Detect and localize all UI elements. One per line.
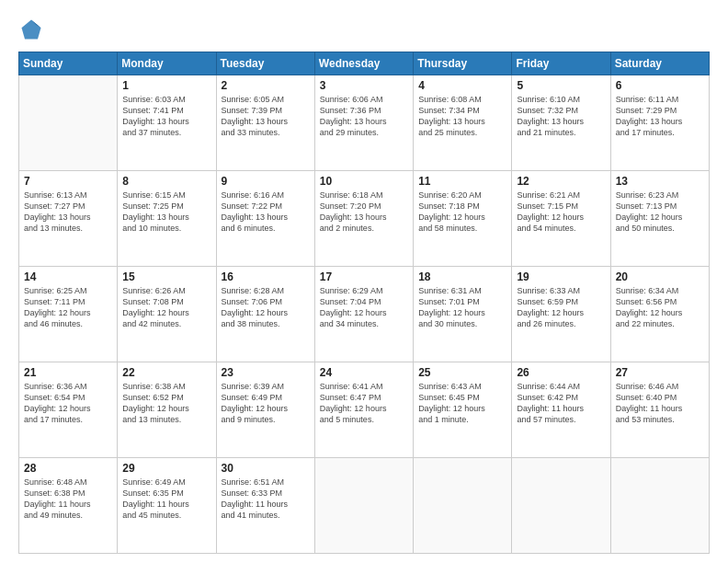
calendar-cell: 3Sunrise: 6:06 AM Sunset: 7:36 PM Daylig… xyxy=(314,75,413,171)
day-number: 8 xyxy=(122,175,210,188)
calendar-cell xyxy=(19,75,118,171)
calendar-cell: 14Sunrise: 6:25 AM Sunset: 7:11 PM Dayli… xyxy=(19,267,118,362)
day-number: 22 xyxy=(122,366,210,379)
cell-details: Sunrise: 6:23 AM Sunset: 7:13 PM Dayligh… xyxy=(616,190,704,235)
day-number: 2 xyxy=(222,79,310,92)
cell-details: Sunrise: 6:41 AM Sunset: 6:47 PM Dayligh… xyxy=(320,381,408,426)
calendar-cell: 11Sunrise: 6:20 AM Sunset: 7:18 PM Dayli… xyxy=(414,171,512,267)
cell-details: Sunrise: 6:10 AM Sunset: 7:32 PM Dayligh… xyxy=(517,94,605,139)
weekday-header-wednesday: Wednesday xyxy=(314,52,413,75)
week-row-3: 14Sunrise: 6:25 AM Sunset: 7:11 PM Dayli… xyxy=(19,267,710,362)
calendar-cell: 23Sunrise: 6:39 AM Sunset: 6:49 PM Dayli… xyxy=(216,362,314,458)
calendar-cell: 24Sunrise: 6:41 AM Sunset: 6:47 PM Dayli… xyxy=(314,362,413,458)
calendar-cell: 16Sunrise: 6:28 AM Sunset: 7:06 PM Dayli… xyxy=(216,267,314,362)
day-number: 4 xyxy=(418,79,506,92)
cell-details: Sunrise: 6:16 AM Sunset: 7:22 PM Dayligh… xyxy=(222,190,310,235)
cell-details: Sunrise: 6:13 AM Sunset: 7:27 PM Dayligh… xyxy=(24,190,112,235)
calendar-cell xyxy=(610,458,709,554)
weekday-header-saturday: Saturday xyxy=(610,52,709,75)
day-number: 16 xyxy=(222,270,310,283)
day-number: 17 xyxy=(320,270,408,283)
calendar-cell xyxy=(314,458,413,554)
day-number: 12 xyxy=(517,175,605,188)
weekday-header-friday: Friday xyxy=(512,52,610,75)
calendar-cell: 30Sunrise: 6:51 AM Sunset: 6:33 PM Dayli… xyxy=(216,458,314,554)
cell-details: Sunrise: 6:43 AM Sunset: 6:45 PM Dayligh… xyxy=(418,381,506,426)
calendar-cell: 19Sunrise: 6:33 AM Sunset: 6:59 PM Dayli… xyxy=(512,267,610,362)
day-number: 15 xyxy=(122,270,210,283)
day-number: 28 xyxy=(24,462,112,475)
day-number: 21 xyxy=(24,366,112,379)
cell-details: Sunrise: 6:26 AM Sunset: 7:08 PM Dayligh… xyxy=(122,285,210,330)
calendar-cell: 8Sunrise: 6:15 AM Sunset: 7:25 PM Daylig… xyxy=(118,171,216,267)
cell-details: Sunrise: 6:25 AM Sunset: 7:11 PM Dayligh… xyxy=(24,285,112,330)
calendar-cell: 29Sunrise: 6:49 AM Sunset: 6:35 PM Dayli… xyxy=(118,458,216,554)
cell-details: Sunrise: 6:44 AM Sunset: 6:42 PM Dayligh… xyxy=(517,381,605,426)
week-row-5: 28Sunrise: 6:48 AM Sunset: 6:38 PM Dayli… xyxy=(19,458,710,554)
cell-details: Sunrise: 6:08 AM Sunset: 7:34 PM Dayligh… xyxy=(418,94,506,139)
week-row-4: 21Sunrise: 6:36 AM Sunset: 6:54 PM Dayli… xyxy=(19,362,710,458)
calendar-cell: 21Sunrise: 6:36 AM Sunset: 6:54 PM Dayli… xyxy=(19,362,118,458)
cell-details: Sunrise: 6:36 AM Sunset: 6:54 PM Dayligh… xyxy=(24,381,112,426)
cell-details: Sunrise: 6:38 AM Sunset: 6:52 PM Dayligh… xyxy=(122,381,210,426)
svg-marker-0 xyxy=(22,20,41,40)
day-number: 27 xyxy=(616,366,704,379)
calendar-cell: 27Sunrise: 6:46 AM Sunset: 6:40 PM Dayli… xyxy=(610,362,709,458)
cell-details: Sunrise: 6:33 AM Sunset: 6:59 PM Dayligh… xyxy=(517,285,605,330)
cell-details: Sunrise: 6:28 AM Sunset: 7:06 PM Dayligh… xyxy=(222,285,310,330)
day-number: 20 xyxy=(616,270,704,283)
cell-details: Sunrise: 6:31 AM Sunset: 7:01 PM Dayligh… xyxy=(418,285,506,330)
day-number: 11 xyxy=(418,175,506,188)
cell-details: Sunrise: 6:49 AM Sunset: 6:35 PM Dayligh… xyxy=(122,477,210,522)
day-number: 29 xyxy=(122,462,210,475)
week-row-2: 7Sunrise: 6:13 AM Sunset: 7:27 PM Daylig… xyxy=(19,171,710,267)
day-number: 10 xyxy=(320,175,408,188)
day-number: 6 xyxy=(616,79,704,92)
calendar-cell: 26Sunrise: 6:44 AM Sunset: 6:42 PM Dayli… xyxy=(512,362,610,458)
weekday-header-monday: Monday xyxy=(118,52,216,75)
weekday-header-row: SundayMondayTuesdayWednesdayThursdayFrid… xyxy=(19,52,710,75)
calendar-cell: 7Sunrise: 6:13 AM Sunset: 7:27 PM Daylig… xyxy=(19,171,118,267)
day-number: 25 xyxy=(418,366,506,379)
calendar-cell: 5Sunrise: 6:10 AM Sunset: 7:32 PM Daylig… xyxy=(512,75,610,171)
page: SundayMondayTuesdayWednesdayThursdayFrid… xyxy=(0,0,728,563)
calendar-cell xyxy=(512,458,610,554)
calendar-cell: 22Sunrise: 6:38 AM Sunset: 6:52 PM Dayli… xyxy=(118,362,216,458)
week-row-1: 1Sunrise: 6:03 AM Sunset: 7:41 PM Daylig… xyxy=(19,75,710,171)
day-number: 14 xyxy=(24,270,112,283)
calendar-cell: 13Sunrise: 6:23 AM Sunset: 7:13 PM Dayli… xyxy=(610,171,709,267)
calendar-cell: 12Sunrise: 6:21 AM Sunset: 7:15 PM Dayli… xyxy=(512,171,610,267)
day-number: 5 xyxy=(517,79,605,92)
cell-details: Sunrise: 6:05 AM Sunset: 7:39 PM Dayligh… xyxy=(222,94,310,139)
calendar-cell: 6Sunrise: 6:11 AM Sunset: 7:29 PM Daylig… xyxy=(610,75,709,171)
cell-details: Sunrise: 6:29 AM Sunset: 7:04 PM Dayligh… xyxy=(320,285,408,330)
calendar-cell: 17Sunrise: 6:29 AM Sunset: 7:04 PM Dayli… xyxy=(314,267,413,362)
cell-details: Sunrise: 6:15 AM Sunset: 7:25 PM Dayligh… xyxy=(122,190,210,235)
calendar-cell: 2Sunrise: 6:05 AM Sunset: 7:39 PM Daylig… xyxy=(216,75,314,171)
header xyxy=(18,17,710,42)
calendar-cell: 9Sunrise: 6:16 AM Sunset: 7:22 PM Daylig… xyxy=(216,171,314,267)
cell-details: Sunrise: 6:46 AM Sunset: 6:40 PM Dayligh… xyxy=(616,381,704,426)
cell-details: Sunrise: 6:03 AM Sunset: 7:41 PM Dayligh… xyxy=(122,94,210,139)
calendar-cell: 18Sunrise: 6:31 AM Sunset: 7:01 PM Dayli… xyxy=(414,267,512,362)
logo-icon xyxy=(18,17,44,42)
day-number: 18 xyxy=(418,270,506,283)
calendar-cell: 20Sunrise: 6:34 AM Sunset: 6:56 PM Dayli… xyxy=(610,267,709,362)
cell-details: Sunrise: 6:34 AM Sunset: 6:56 PM Dayligh… xyxy=(616,285,704,330)
cell-details: Sunrise: 6:51 AM Sunset: 6:33 PM Dayligh… xyxy=(222,477,310,522)
cell-details: Sunrise: 6:39 AM Sunset: 6:49 PM Dayligh… xyxy=(222,381,310,426)
calendar-cell: 15Sunrise: 6:26 AM Sunset: 7:08 PM Dayli… xyxy=(118,267,216,362)
calendar-table: SundayMondayTuesdayWednesdayThursdayFrid… xyxy=(18,52,710,554)
day-number: 30 xyxy=(222,462,310,475)
cell-details: Sunrise: 6:18 AM Sunset: 7:20 PM Dayligh… xyxy=(320,190,408,235)
day-number: 26 xyxy=(517,366,605,379)
day-number: 3 xyxy=(320,79,408,92)
calendar-cell: 25Sunrise: 6:43 AM Sunset: 6:45 PM Dayli… xyxy=(414,362,512,458)
weekday-header-thursday: Thursday xyxy=(414,52,512,75)
calendar-cell: 10Sunrise: 6:18 AM Sunset: 7:20 PM Dayli… xyxy=(314,171,413,267)
cell-details: Sunrise: 6:11 AM Sunset: 7:29 PM Dayligh… xyxy=(616,94,704,139)
day-number: 7 xyxy=(24,175,112,188)
day-number: 1 xyxy=(122,79,210,92)
calendar-cell: 28Sunrise: 6:48 AM Sunset: 6:38 PM Dayli… xyxy=(19,458,118,554)
day-number: 23 xyxy=(222,366,310,379)
